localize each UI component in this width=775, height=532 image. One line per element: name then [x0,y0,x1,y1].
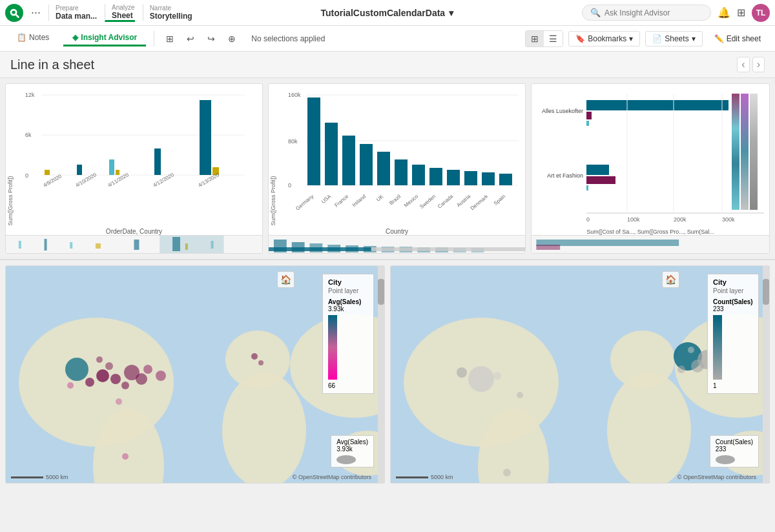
chart2-minimap[interactable] [269,235,525,253]
notifications-icon[interactable]: 🔔 [718,6,730,19]
chart-bar-date[interactable]: Sum([Gross Profit]) 12k 6k 0 [5,83,263,254]
view-toggle: ⊞ ☰ [525,30,563,47]
chart2-svg: 160k 80k 0 Germany [288,87,519,229]
svg-rect-77 [750,94,758,210]
svg-point-99 [116,398,122,405]
search-bar[interactable]: 🔍 [582,5,711,21]
map2-scrollbar[interactable] [763,266,769,483]
charts-row: Sum([Gross Profit]) 12k 6k 0 [0,78,775,259]
map2-legend-min: 1 [713,382,753,389]
nav-analyze[interactable]: Analyze Sheet [105,4,135,22]
qlik-logo[interactable] [5,4,23,22]
chart3-svg: Alles Lusekofter Art et Fashion 0 100k 2… [532,87,769,238]
next-page-button[interactable]: › [752,57,765,72]
y-tick-12k: 12k [25,92,35,98]
y-tick-6k: 6k [25,132,32,138]
undo-icon[interactable]: ↩ [183,31,198,46]
svg-text:France: France [333,193,349,208]
map1-legend-title: City [328,278,368,286]
map1-scale-label: 5000 km [46,474,68,480]
chart3-x-label: Sum([Cost of Sa..., Sum([Gross Pro..., S… [532,229,769,235]
nav-narrate[interactable]: Narrate Storytelling [143,5,192,21]
svg-rect-9 [96,243,101,249]
map-count-sales[interactable]: City Point layer Count(Sales) 233 1 🏠 Co… [390,265,770,484]
svg-point-90 [85,378,94,387]
chart-bar-country[interactable]: Sum([Gross Profit]) 160k 80k 0 [268,83,526,254]
svg-text:Mexico: Mexico [403,193,420,209]
svg-rect-25 [377,152,390,185]
dataset-name: TutorialCustomCalendarData [320,8,445,18]
bar [77,165,82,175]
svg-rect-75 [732,94,739,210]
svg-point-117 [677,365,685,373]
bookmarks-button[interactable]: 🔖 Bookmarks ▾ [568,31,640,46]
maps-row: City Point layer Avg(Sales) 3.93k 66 🏠 A… [0,260,775,489]
prepare-label: Prepare [56,5,97,12]
qlik-icon [8,7,20,19]
redo-icon[interactable]: ↪ [203,31,219,46]
edit-sheet-button[interactable]: ✏️ Edit sheet [708,32,767,46]
nav-prepare[interactable]: Prepare Data man... [48,5,97,21]
insight-label: Insight Advisor [81,33,137,42]
grid-view-button[interactable]: ⊞ [526,31,544,46]
svg-point-113 [691,360,704,373]
map2-home-button[interactable]: 🏠 [662,271,679,288]
smart-search-icon[interactable]: ⊞ [162,31,178,46]
svg-rect-32 [499,174,512,185]
map1-legend: City Point layer Avg(Sales) 3.93k 66 [322,274,374,394]
svg-point-122 [517,392,523,398]
dataset-selector[interactable]: TutorialCustomCalendarData ▾ [200,8,574,18]
map1-bottom-legend: Avg(Sales) 3.93k [331,435,374,467]
svg-rect-27 [412,165,425,185]
svg-text:100k: 100k [627,216,640,223]
svg-point-95 [156,371,166,381]
map2-legend: City Point layer Count(Sales) 233 1 [707,274,759,394]
svg-point-98 [67,382,74,389]
bookmarks-label: Bookmarks [588,34,626,43]
chart1-minimap-svg [6,236,262,253]
map2-scale-label: 5000 km [431,474,453,480]
map2-legend-max: 233 [713,305,753,312]
map-avg-sales[interactable]: City Point layer Avg(Sales) 3.93k 66 🏠 A… [5,265,385,484]
qlik-logo-circle [5,4,23,22]
apps-grid-icon[interactable]: ⊞ [737,6,745,19]
svg-text:Germany: Germany [294,194,315,212]
more-icon[interactable]: ⊕ [224,31,240,46]
chart1-minimap[interactable] [6,235,262,253]
svg-rect-7 [45,239,47,251]
svg-rect-76 [741,94,749,210]
more-options-icon[interactable]: ··· [31,6,41,19]
y-tick-0: 0 [25,172,28,179]
map1-bottom-metric: Avg(Sales) [336,438,368,445]
tab-insight-advisor[interactable]: ◈ Insight Advisor [63,30,146,46]
svg-text:Sweden: Sweden [418,194,437,210]
svg-point-92 [121,382,129,389]
chart-horizontal-bar[interactable]: Alles Lusekofter Art et Fashion 0 100k 2… [531,83,770,254]
map2-bottom-legend: Count(Sales) 233 [710,435,759,467]
svg-text:Canada: Canada [437,193,455,209]
svg-text:UK: UK [375,193,385,202]
map1-bottom-value: 3.93k [336,445,368,453]
tab-notes[interactable]: 📋 Notes [8,30,58,46]
svg-point-93 [136,373,147,385]
svg-rect-6 [19,241,21,249]
sheets-button[interactable]: 📄 Sheets ▾ [645,31,702,46]
chart2-minimap-svg [269,236,525,253]
list-view-button[interactable]: ☰ [544,31,563,46]
prev-page-button[interactable]: ‹ [737,57,749,72]
map1-home-button[interactable]: 🏠 [277,271,294,288]
map1-scrollbar[interactable] [378,266,384,483]
svg-text:Art et Fashion: Art et Fashion [547,172,583,179]
right-tools: ⊞ ☰ 🔖 Bookmarks ▾ 📄 Sheets ▾ ✏️ Edit she… [525,30,767,47]
svg-rect-64 [586,165,609,175]
user-avatar[interactable]: TL [752,4,770,22]
map1-legend-metric: Avg(Sales) [328,298,368,305]
search-input[interactable] [604,8,701,17]
svg-rect-62 [586,112,592,119]
svg-rect-29 [447,170,460,185]
narrate-label: Narrate [150,5,192,12]
svg-point-120 [457,367,467,378]
svg-text:Spain: Spain [493,194,506,207]
bar [109,159,114,175]
chart3-minimap[interactable] [532,235,769,253]
